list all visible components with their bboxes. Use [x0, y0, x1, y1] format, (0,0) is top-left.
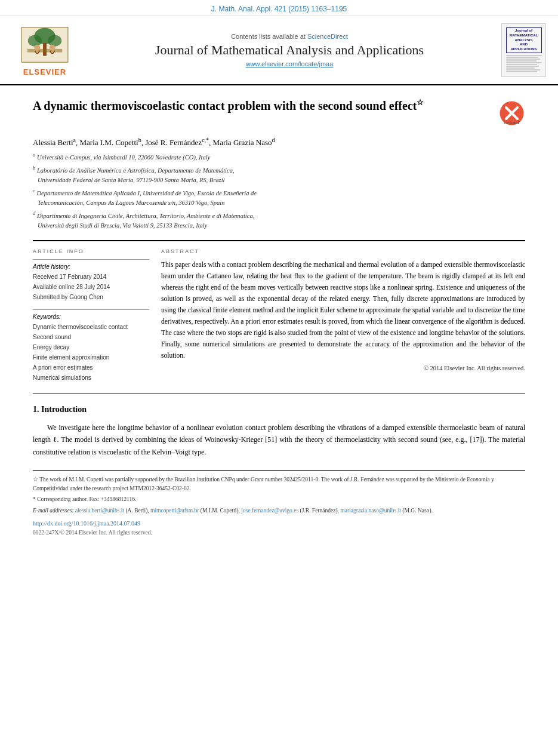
article-info-col: ARTICLE INFO Article history: Received 1… — [33, 248, 149, 383]
contents-label: Contents lists available at — [231, 33, 306, 40]
citation-bar: J. Math. Anal. Appl. 421 (2015) 1163–119… — [0, 0, 558, 16]
journal-thumbnail: Journal ofMATHEMATICALANALYSISANDAPPLICA… — [501, 23, 546, 77]
email-label: E-mail addresses: — [33, 508, 74, 514]
available-date: Available online 28 July 2014 — [33, 282, 149, 292]
title-star: ☆ — [417, 98, 424, 107]
intro-paragraph: We investigate here the longtime behavio… — [33, 422, 525, 458]
svg-point-2 — [28, 35, 42, 46]
email-berti[interactable]: alessia.berti@unibs.it — [75, 508, 124, 514]
keyword-6: Numerical simulations — [33, 373, 149, 383]
elsevier-brand-text: ELSEVIER — [23, 67, 66, 76]
article-history: Article history: Received 17 February 20… — [33, 259, 149, 302]
footnote-corresponding: * Corresponding author. Fax: +3498681211… — [33, 495, 525, 504]
svg-point-3 — [48, 35, 61, 46]
keywords-section: Keywords: Dynamic thermoviscoelastic con… — [33, 309, 149, 383]
history-title: Article history: — [33, 263, 149, 270]
abstract-label: ABSTRACT — [161, 248, 525, 254]
svg-point-7 — [50, 45, 56, 51]
keywords-title: Keywords: — [33, 314, 149, 320]
abstract-col: ABSTRACT This paper deals with a contact… — [161, 248, 525, 383]
copyright-line: © 2014 Elsevier Inc. All rights reserved… — [161, 365, 525, 371]
introduction-section: 1. Introduction We investigate here the … — [33, 405, 525, 458]
journal-title-center: Contents lists available at ScienceDirec… — [84, 33, 495, 67]
email-fernandez[interactable]: jose.fernandez@uvigo.es — [241, 508, 298, 514]
svg-text:CrossMark: CrossMark — [504, 121, 520, 125]
affil-c: c Departamento de Matemática Aplicada I,… — [33, 186, 525, 208]
email-naso[interactable]: mariagrazia.naso@unibs.it — [340, 508, 401, 514]
crossmark-icon: CrossMark — [498, 100, 525, 127]
keyword-1: Dynamic thermoviscoelastic contact — [33, 322, 149, 332]
affiliations: a Università e-Campus, via Isimbardi 10,… — [33, 150, 525, 231]
affil-b: b Laboratório de Análise Numérica e Astr… — [33, 164, 525, 186]
footnote-star: ☆ The work of M.I.M. Copetti was partial… — [33, 475, 525, 493]
article-title-container: A dynamic thermoviscoelastic contact pro… — [33, 97, 525, 131]
keyword-4: Finite element approximation — [33, 352, 149, 362]
elsevier-tree-icon — [18, 24, 72, 66]
journal-header: ELSEVIER Contents lists available at Sci… — [0, 16, 558, 85]
intro-heading: 1. Introduction — [33, 405, 525, 414]
article-title: A dynamic thermoviscoelastic contact pro… — [33, 99, 417, 112]
affil-d: d Dipartimento di Ingegneria Civile, Arc… — [33, 209, 525, 231]
doi-anchor[interactable]: http://dx.doi.org/10.1016/j.jmaa.2014.07… — [33, 520, 140, 527]
footnote-emails: E-mail addresses: alessia.berti@unibs.it… — [33, 506, 525, 515]
article-content: A dynamic thermoviscoelastic contact pro… — [0, 85, 558, 549]
contents-line: Contents lists available at ScienceDirec… — [84, 33, 495, 40]
submitted-by: Submitted by Goong Chen — [33, 292, 149, 302]
elsevier-logo: ELSEVIER — [12, 24, 78, 76]
two-col-section: ARTICLE INFO Article history: Received 1… — [33, 240, 525, 383]
affil-a: a Università e-Campus, via Isimbardi 10,… — [33, 150, 525, 162]
section-divider — [33, 394, 525, 394]
keyword-2: Second sound — [33, 332, 149, 342]
footnote-area: ☆ The work of M.I.M. Copetti was partial… — [33, 470, 525, 537]
article-title-text: A dynamic thermoviscoelastic contact pro… — [33, 97, 491, 114]
svg-point-6 — [35, 45, 41, 51]
article-info-label: ARTICLE INFO — [33, 248, 149, 254]
doi-link[interactable]: http://dx.doi.org/10.1016/j.jmaa.2014.07… — [33, 519, 525, 528]
email-fernandez-label: (J.R. Fernández), — [300, 508, 341, 514]
abstract-text: This paper deals with a contact problem … — [161, 259, 525, 361]
journal-main-title: Journal of Mathematical Analysis and App… — [84, 42, 495, 58]
received-date: Received 17 February 2014 — [33, 272, 149, 282]
email-copetti[interactable]: mimcopetti@ufsm.br — [150, 508, 199, 514]
crossmark-logo: CrossMark — [498, 100, 525, 131]
authors-line: Alessia Bertia, Maria I.M. Copettib, Jos… — [33, 137, 525, 147]
keyword-5: A priori error estimates — [33, 362, 149, 373]
svg-rect-5 — [27, 48, 62, 52]
issn-line: 0022-247X/© 2014 Elsevier Inc. All right… — [33, 528, 525, 537]
citation-text: J. Math. Anal. Appl. 421 (2015) 1163–119… — [211, 5, 347, 13]
sciencedirect-link[interactable]: ScienceDirect — [307, 33, 348, 40]
journal-url[interactable]: www.elsevier.com/locate/jmaa — [84, 60, 495, 67]
keyword-3: Energy decay — [33, 342, 149, 352]
page-wrapper: J. Math. Anal. Appl. 421 (2015) 1163–119… — [0, 0, 558, 756]
